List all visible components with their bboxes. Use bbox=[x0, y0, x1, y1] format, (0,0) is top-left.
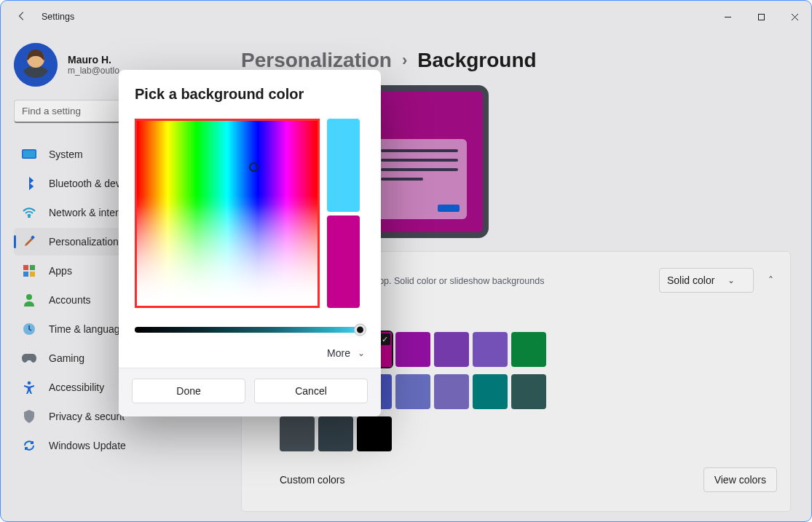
window-title: Settings bbox=[42, 12, 74, 22]
globe-clock-icon bbox=[21, 321, 37, 337]
update-icon bbox=[21, 438, 37, 454]
color-swatch[interactable] bbox=[280, 416, 315, 451]
color-swatch[interactable] bbox=[434, 332, 469, 367]
maximize-button[interactable] bbox=[744, 1, 778, 33]
color-swatch[interactable] bbox=[318, 416, 353, 451]
svg-point-14 bbox=[26, 294, 32, 300]
more-toggle[interactable]: More ⌄ bbox=[135, 347, 365, 359]
back-icon[interactable] bbox=[17, 11, 27, 23]
value-slider-thumb[interactable] bbox=[355, 325, 366, 336]
shield-icon bbox=[21, 408, 37, 424]
svg-rect-1 bbox=[758, 14, 764, 20]
background-type-select[interactable]: Solid color ⌄ bbox=[659, 268, 754, 293]
cancel-button[interactable]: Cancel bbox=[254, 379, 368, 403]
preview-window-illustration bbox=[372, 139, 467, 219]
chevron-down-icon: ⌄ bbox=[728, 275, 735, 285]
color-swatch[interactable] bbox=[395, 332, 430, 367]
brush-icon bbox=[21, 234, 37, 250]
dialog-title: Pick a background color bbox=[135, 86, 365, 103]
system-icon bbox=[21, 146, 37, 162]
color-field-thumb[interactable] bbox=[249, 162, 259, 172]
color-swatch[interactable] bbox=[511, 374, 546, 409]
color-swatch[interactable] bbox=[434, 374, 469, 409]
wifi-icon bbox=[21, 205, 37, 221]
color-swatch[interactable] bbox=[473, 332, 508, 367]
titlebar: Settings bbox=[1, 1, 811, 33]
svg-rect-13 bbox=[30, 272, 35, 277]
color-swatch[interactable] bbox=[357, 416, 392, 451]
value-slider[interactable] bbox=[135, 327, 365, 333]
breadcrumb-parent[interactable]: Personalization bbox=[241, 49, 392, 72]
chevron-down-icon: ⌄ bbox=[358, 348, 365, 358]
done-button[interactable]: Done bbox=[132, 379, 245, 403]
color-swatch[interactable] bbox=[473, 374, 508, 409]
color-swatch[interactable] bbox=[395, 374, 430, 409]
svg-rect-10 bbox=[23, 265, 28, 270]
accessibility-icon bbox=[21, 379, 37, 395]
collapse-toggle[interactable]: ˄ bbox=[764, 274, 777, 286]
minimize-button[interactable] bbox=[711, 1, 744, 33]
profile-email: m_lab@outlo bbox=[68, 66, 119, 76]
avatar bbox=[14, 43, 58, 87]
color-picker-dialog: Pick a background color More ⌄ Done Canc… bbox=[119, 70, 381, 416]
color-preview-current bbox=[327, 119, 360, 212]
nav-windows-update[interactable]: Windows Update bbox=[14, 432, 215, 459]
settings-window: Settings bbox=[0, 0, 812, 522]
breadcrumb: Personalization › Background bbox=[241, 49, 791, 72]
custom-colors-label: Custom colors bbox=[280, 474, 344, 486]
view-colors-button[interactable]: View colors bbox=[703, 467, 777, 492]
breadcrumb-current: Background bbox=[417, 49, 536, 72]
color-swatch[interactable] bbox=[511, 332, 546, 367]
svg-rect-12 bbox=[23, 272, 28, 277]
person-icon bbox=[21, 292, 37, 308]
chevron-right-icon: › bbox=[402, 51, 407, 70]
apps-icon bbox=[21, 263, 37, 279]
hue-saturation-field[interactable] bbox=[135, 119, 320, 308]
gamepad-icon bbox=[21, 350, 37, 366]
svg-point-16 bbox=[28, 381, 31, 385]
color-preview-stack bbox=[327, 119, 360, 308]
profile-name: Mauro H. bbox=[68, 54, 119, 66]
close-button[interactable] bbox=[778, 1, 811, 33]
svg-rect-11 bbox=[30, 265, 35, 270]
svg-point-8 bbox=[28, 216, 30, 218]
bluetooth-icon bbox=[21, 175, 37, 191]
color-preview-new bbox=[327, 215, 360, 309]
svg-rect-7 bbox=[23, 151, 36, 158]
